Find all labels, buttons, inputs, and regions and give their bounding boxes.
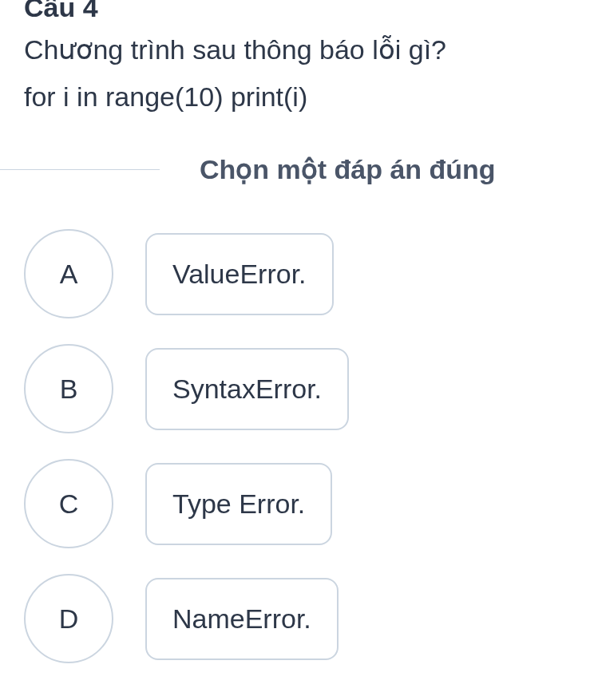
answer-option-d[interactable]: D NameError. <box>24 574 566 663</box>
instruction-text: Chọn một đáp án đúng <box>200 153 496 185</box>
option-letter-c: C <box>24 459 113 548</box>
question-code: for i in range(10) print(i) <box>24 77 566 117</box>
option-letter-a: A <box>24 229 113 318</box>
option-letter-d: D <box>24 574 113 663</box>
question-number: Câu 4 <box>24 0 566 23</box>
answer-option-b[interactable]: B SyntaxError. <box>24 344 566 433</box>
instruction-row: Chọn một đáp án đúng <box>24 153 566 185</box>
option-text-b: SyntaxError. <box>145 348 349 430</box>
option-letter-b: B <box>24 344 113 433</box>
answer-option-c[interactable]: C Type Error. <box>24 459 566 548</box>
option-text-d: NameError. <box>145 578 339 660</box>
answer-option-a[interactable]: A ValueError. <box>24 229 566 318</box>
option-text-a: ValueError. <box>145 233 334 315</box>
option-text-c: Type Error. <box>145 463 332 545</box>
question-text: Chương trình sau thông báo lỗi gì? <box>24 30 566 70</box>
instruction-line <box>0 169 160 170</box>
